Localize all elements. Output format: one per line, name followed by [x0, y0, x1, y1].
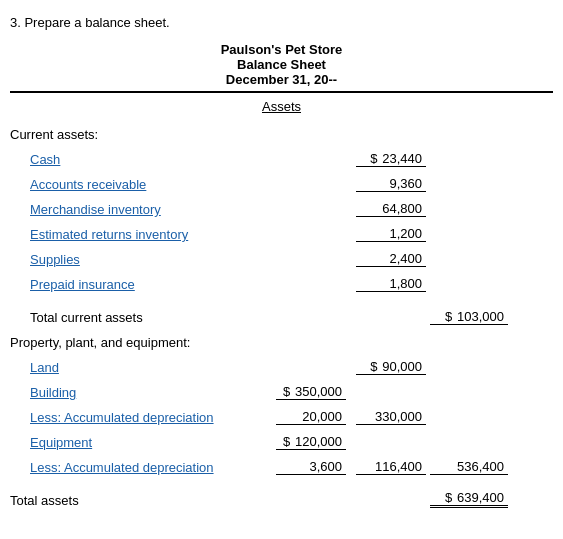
- building-accum-dep-label[interactable]: Less: Accumulated depreciation: [30, 410, 214, 425]
- building-net-value: 330,000: [375, 409, 422, 424]
- equipment-dollar: $: [283, 434, 295, 449]
- merchandise-inventory-row: Merchandise inventory 64,800: [10, 195, 553, 217]
- cash-row: Cash $ 23,440: [10, 145, 553, 167]
- building-dollar: $: [283, 384, 295, 399]
- total-assets-label: Total assets: [10, 493, 79, 508]
- land-label[interactable]: Land: [30, 360, 59, 375]
- equipment-label[interactable]: Equipment: [30, 435, 92, 450]
- supplies-row: Supplies 2,400: [10, 245, 553, 267]
- merchandise-inventory-value: 64,800: [382, 201, 422, 216]
- merchandise-inventory-label[interactable]: Merchandise inventory: [30, 202, 161, 217]
- title-line3: December 31, 20--: [10, 72, 553, 87]
- total-current-assets-dollar: $: [445, 309, 457, 324]
- total-assets-row: Total assets $ 639,400: [10, 486, 553, 508]
- building-row: Building $ 350,000: [10, 378, 553, 400]
- building-accum-dep-value: 20,000: [302, 409, 342, 424]
- equipment-value: 120,000: [295, 434, 342, 449]
- question-label: 3. Prepare a balance sheet.: [10, 15, 553, 30]
- prepaid-insurance-value: 1,800: [389, 276, 422, 291]
- cash-dollar: $: [370, 151, 382, 166]
- prepaid-insurance-label[interactable]: Prepaid insurance: [30, 277, 135, 292]
- accounts-receivable-label[interactable]: Accounts receivable: [30, 177, 146, 192]
- building-label[interactable]: Building: [30, 385, 76, 400]
- equipment-accum-dep-row: Less: Accumulated depreciation 3,600 116…: [10, 453, 553, 475]
- current-assets-label: Current assets:: [10, 120, 553, 142]
- supplies-value: 2,400: [389, 251, 422, 266]
- building-accum-dep-row: Less: Accumulated depreciation 20,000 33…: [10, 403, 553, 425]
- equipment-net-value: 116,400: [375, 459, 422, 474]
- ppe-label-row: Property, plant, and equipment:: [10, 328, 553, 350]
- prepaid-insurance-row: Prepaid insurance 1,800: [10, 270, 553, 292]
- total-assets-value: 639,400: [457, 490, 504, 505]
- land-row: Land $ 90,000: [10, 353, 553, 375]
- cash-value: 23,440: [382, 151, 422, 166]
- estimated-returns-row: Estimated returns inventory 1,200: [10, 220, 553, 242]
- total-current-assets-row: Total current assets $ 103,000: [10, 303, 553, 325]
- total-current-assets-label: Total current assets: [30, 310, 143, 325]
- title-line1: Paulson's Pet Store: [10, 42, 553, 57]
- assets-section-header: Assets: [10, 99, 553, 114]
- equipment-accum-dep-label[interactable]: Less: Accumulated depreciation: [30, 460, 214, 475]
- accounts-receivable-row: Accounts receivable 9,360: [10, 170, 553, 192]
- estimated-returns-value: 1,200: [389, 226, 422, 241]
- estimated-returns-label[interactable]: Estimated returns inventory: [30, 227, 188, 242]
- building-value: 350,000: [295, 384, 342, 399]
- total-assets-dollar: $: [445, 490, 457, 505]
- land-value: 90,000: [382, 359, 422, 374]
- total-current-assets-value: 103,000: [457, 309, 504, 324]
- equipment-accum-dep-value: 3,600: [309, 459, 342, 474]
- equipment-row: Equipment $ 120,000: [10, 428, 553, 450]
- accounts-receivable-value: 9,360: [389, 176, 422, 191]
- supplies-label[interactable]: Supplies: [30, 252, 80, 267]
- cash-label[interactable]: Cash: [30, 152, 60, 167]
- report-title: Paulson's Pet Store Balance Sheet Decemb…: [10, 42, 553, 87]
- title-line2: Balance Sheet: [10, 57, 553, 72]
- ppe-total-value: 536,400: [457, 459, 504, 474]
- land-dollar: $: [370, 359, 382, 374]
